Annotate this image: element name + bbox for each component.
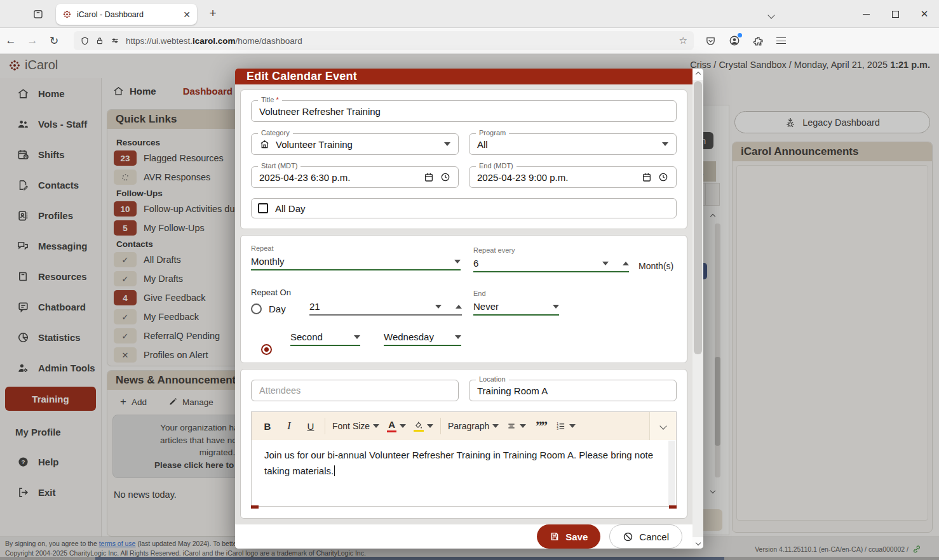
chevron-down-icon [400,424,406,431]
clock-icon[interactable] [658,172,668,182]
event-basic-card: Title * Volutneer Refresher Training Cat… [240,90,687,229]
extensions-puzzle-icon[interactable] [753,36,764,46]
url-text[interactable]: https://ui.webtest.icarol.com/home/dashb… [126,36,673,46]
text-color-icon: A [387,420,396,432]
cancel-slash-icon [623,531,633,542]
repeat-on-ordinal-radio-selected[interactable] [261,344,272,355]
stepper-down-icon[interactable] [602,262,609,269]
chevron-down-icon [455,335,461,342]
scrollbar-up-icon[interactable] [692,69,703,80]
repeat-label: Repeat [251,244,273,252]
repeat-end-select[interactable]: Never [473,301,559,316]
scrollbar-down-icon[interactable] [692,537,703,549]
browser-navbar: ← → ↻ https://ui.webtest.icarol.com/home… [0,28,939,54]
blockquote-button[interactable]: ”” [530,415,551,437]
attendees-placeholder: Attendees [259,385,301,396]
reload-icon[interactable]: ↻ [43,34,65,48]
window-controls: ✕ [851,0,939,28]
chevron-down-icon [373,424,379,431]
align-dropdown[interactable] [503,415,530,437]
account-icon[interactable] [729,35,740,46]
repeat-every-stepper[interactable]: 6 [473,258,629,272]
shield-icon[interactable] [80,36,90,46]
ordinal-select[interactable]: Second [290,331,360,346]
stepper-up-icon[interactable] [623,258,629,265]
editor-scrollbar[interactable] [668,441,675,505]
menu-hamburger-icon[interactable] [776,37,786,44]
repeat-end-label: End [473,290,486,297]
save-floppy-icon [550,531,560,542]
highlight-color-button[interactable] [410,415,437,437]
chevron-down-icon [520,424,526,431]
calendar-icon[interactable] [642,172,652,182]
category-icon [259,139,270,150]
repeat-on-label: Repeat On [251,288,291,297]
numbered-list-dropdown[interactable]: 123 [551,415,579,437]
tab-close-icon[interactable]: ✕ [183,10,191,20]
toolbar-more-chevron[interactable] [649,412,676,440]
required-asterisk: * [276,96,278,103]
end-datetime-field[interactable]: End (MDT) 2025-04-23 9:00 p.m. [469,166,677,188]
scrollbar-thumb[interactable] [694,81,702,354]
tab-list-chevron-icon[interactable] [769,9,774,20]
new-tab-button[interactable]: + [205,6,221,20]
weekday-select[interactable]: Wednesday [384,331,461,346]
chevron-down-icon [553,305,559,312]
maximize-button[interactable] [881,0,910,28]
lock-icon[interactable] [95,36,104,45]
title-value: Volutneer Refresher Training [259,106,381,117]
pocket-icon[interactable] [705,36,716,46]
start-datetime-field[interactable]: Start (MDT) 2025-04-23 6:30 p.m. [251,166,459,188]
title-field[interactable]: Title * Volutneer Refresher Training [251,100,677,122]
location-field[interactable]: Location Training Room A [469,380,677,401]
italic-button[interactable]: I [278,415,300,437]
page: iCarol Criss / Crystal Sandbox / Monday,… [0,54,939,560]
font-size-dropdown[interactable]: Font Size [328,415,383,437]
url-bar[interactable]: https://ui.webtest.icarol.com/home/dashb… [74,31,694,50]
close-button[interactable]: ✕ [910,0,939,28]
save-button[interactable]: Save [537,524,600,549]
description-editor-content[interactable]: Join us for our bi-annual Volunteer Refr… [252,440,676,506]
underline-button[interactable]: U [300,415,321,437]
permissions-icon[interactable] [110,36,120,45]
all-day-checkbox[interactable] [258,203,268,213]
text-cursor [334,465,335,476]
details-card: Attendees Location Training Room A B I [240,369,687,519]
navbar-actions [705,35,786,46]
calendar-icon[interactable] [424,172,434,182]
chevron-down-icon [492,424,499,431]
program-select[interactable]: Program All [469,133,677,155]
chevron-down-icon [444,142,450,149]
repeat-select[interactable]: Monthly [251,256,461,270]
clock-icon[interactable] [440,172,450,182]
chevron-down-icon [354,335,360,342]
paragraph-style-dropdown[interactable]: Paragraph [444,415,503,437]
editor-focus-border-right [669,505,677,509]
all-day-row[interactable]: All Day [251,198,677,218]
repeat-on-day-radio[interactable] [251,303,262,314]
back-icon[interactable]: ← [0,34,22,47]
cancel-button[interactable]: Cancel [609,524,682,549]
tab-manager-icon[interactable] [29,6,47,22]
modal-scrollbar[interactable] [692,69,703,549]
category-select[interactable]: Category Volunteer Training [251,133,459,155]
svg-text:3: 3 [557,427,559,430]
text-color-button[interactable]: A [383,415,410,437]
tab-title: iCarol - Dashboard [77,10,178,19]
bold-button[interactable]: B [257,415,278,437]
end-value: 2025-04-23 9:00 p.m. [477,172,568,183]
browser-tab[interactable]: iCarol - Dashboard ✕ [56,4,197,25]
minimize-button[interactable] [851,0,881,28]
chevron-down-icon [454,260,461,267]
stepper-up-icon[interactable] [456,302,462,309]
rich-text-editor: B I U Font Size A [251,411,677,507]
browser-tabstrip: iCarol - Dashboard ✕ + ✕ [0,0,939,28]
favicon-icon [62,10,72,19]
bookmark-star-icon[interactable]: ☆ [679,35,687,46]
day-number-stepper[interactable]: 21 [309,301,462,316]
chevron-down-icon [427,424,433,431]
screen: iCarol - Dashboard ✕ + ✕ ← → ↻ https://u… [0,0,939,560]
forward-icon[interactable]: → [22,34,43,47]
attendees-field[interactable]: Attendees [251,380,459,401]
stepper-down-icon[interactable] [435,305,442,312]
